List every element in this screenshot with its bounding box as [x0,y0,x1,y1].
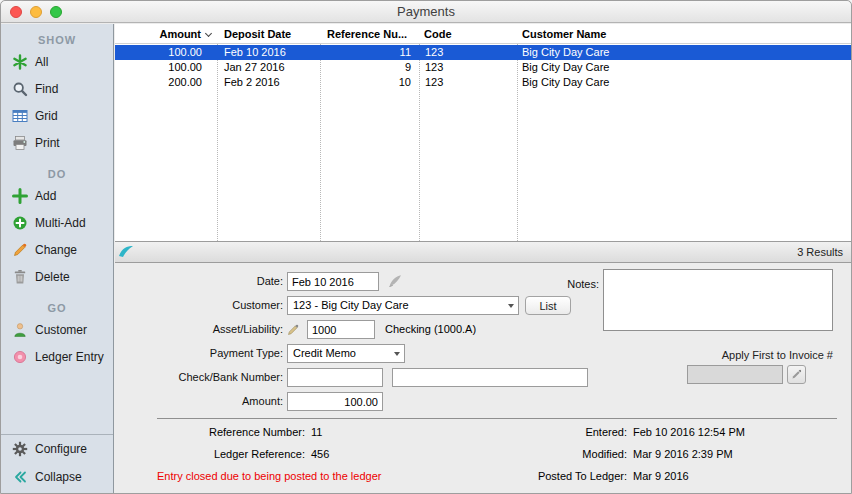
sidebar-item-collapse[interactable]: Collapse [1,463,113,491]
chevron-down-icon [508,304,514,308]
cell-deposit-date: Feb 2 2016 [217,75,320,90]
table-row[interactable]: 100.00 Jan 27 2016 9 123 Big City Day Ca… [115,60,851,75]
cell-reference-number: 9 [320,60,419,75]
column-header-reference-number[interactable]: Reference Nu... [320,24,419,43]
grid-icon [12,108,28,124]
sidebar-item-label: Find [35,82,58,96]
zoom-button[interactable] [50,6,62,18]
apply-invoice-edit-button[interactable] [787,365,806,384]
sidebar-item-grid[interactable]: Grid [1,102,113,129]
cell-amount: 100.00 [115,60,217,75]
printer-icon [12,135,28,151]
payment-type-label: Payment Type: [135,344,283,363]
asset-liability-input[interactable] [307,320,375,339]
search-icon [12,81,28,97]
sidebar-footer: Configure Collapse [1,434,113,493]
entry-closed-message: Entry closed due to being posted to the … [157,470,381,483]
column-header-customer-name[interactable]: Customer Name [517,24,851,43]
sidebar-item-label: Customer [35,323,87,337]
cell-code: 123 [419,60,517,75]
sidebar-item-multi-add[interactable]: Multi-Add [1,209,113,236]
amount-input[interactable] [287,392,383,411]
main-area: Amount Deposit Date Reference Nu... Code… [115,24,851,493]
sidebar-section-do: DO [1,168,113,180]
sidebar-item-label: Add [35,189,56,203]
list-button[interactable]: List [525,296,571,315]
payments-table: Amount Deposit Date Reference Nu... Code… [115,24,851,242]
reference-number-label: Reference Number: [135,426,305,439]
cell-code: 123 [419,75,517,90]
gear-icon [12,441,28,457]
table-row[interactable]: 200.00 Feb 2 2016 10 123 Big City Day Ca… [115,75,851,90]
sidebar-item-label: Delete [35,270,70,284]
chevron-down-icon [394,352,400,356]
cell-deposit-date: Feb 10 2016 [217,45,320,60]
sidebar-item-all[interactable]: All [1,48,113,75]
account-lookup-icon[interactable] [287,322,301,338]
status-bar: 3 Results [115,242,851,263]
ledger-reference-label: Ledger Reference: [135,448,305,461]
results-count: 3 Results [797,242,843,262]
modified-label: Modified: [455,448,627,461]
sidebar-item-find[interactable]: Find [1,75,113,102]
customer-label: Customer: [135,296,283,315]
payment-type-select[interactable]: Credit Memo [287,344,405,363]
entered-value: Feb 10 2016 12:54 PM [633,426,745,439]
sidebar-item-ledger-entry[interactable]: Ledger Entry [1,343,113,370]
sidebar-item-label: Ledger Entry [35,350,104,364]
table-header: Amount Deposit Date Reference Nu... Code… [115,24,851,44]
sidebar-section-go: GO [1,302,113,314]
person-icon [12,322,28,338]
cell-customer-name: Big City Day Care [517,60,851,75]
payment-type-select-value: Credit Memo [293,347,356,359]
cell-customer-name: Big City Day Care [517,75,851,90]
asterisk-icon [12,54,28,70]
sidebar-item-add[interactable]: Add [1,182,113,209]
column-header-code[interactable]: Code [419,24,517,43]
check-number-input[interactable] [287,368,383,387]
notes-textarea[interactable] [603,269,833,331]
sidebar-item-print[interactable]: Print [1,129,113,156]
minimize-button[interactable] [30,6,42,18]
multi-add-icon [12,215,28,231]
modified-value: Mar 9 2016 2:39 PM [633,448,733,461]
table-row[interactable]: 100.00 Feb 10 2016 11 123 Big City Day C… [115,45,851,60]
apply-invoice-input[interactable] [687,365,783,384]
detail-form: Date: Customer: 123 - Big City Day Care … [115,263,851,493]
cell-customer-name: Big City Day Care [517,45,851,60]
cell-deposit-date: Jan 27 2016 [217,60,320,75]
entered-label: Entered: [455,426,627,439]
date-picker-icon[interactable] [387,273,403,291]
trash-icon [12,269,28,285]
bank-number-input[interactable] [392,368,588,387]
date-label: Date: [135,272,283,291]
sidebar-item-customer[interactable]: Customer [1,316,113,343]
payments-window: Payments SHOW All Find Grid Print DO Add… [0,0,852,494]
sidebar-item-label: Collapse [35,470,82,484]
sidebar-item-configure[interactable]: Configure [1,435,113,463]
cell-code: 123 [419,45,517,60]
column-header-deposit-date[interactable]: Deposit Date [217,24,320,43]
window-title: Payments [1,1,851,22]
sidebar-item-label: Grid [35,109,58,123]
customer-select[interactable]: 123 - Big City Day Care [287,296,519,315]
cell-amount: 200.00 [115,75,217,90]
cell-amount: 100.00 [115,45,217,60]
ledger-reference-value: 456 [311,448,329,461]
status-icon [118,245,134,261]
sidebar-item-label: Configure [35,442,87,456]
ledger-icon [12,349,28,365]
cell-reference-number: 10 [320,75,419,90]
check-bank-number-label: Check/Bank Number: [135,368,283,387]
apply-first-invoice-label: Apply First to Invoice # [655,349,833,361]
close-button[interactable] [10,6,22,18]
cell-reference-number: 11 [320,45,419,60]
customer-select-value: 123 - Big City Day Care [293,299,409,311]
sidebar-item-label: All [35,55,48,69]
column-header-amount[interactable]: Amount [115,24,217,43]
sort-indicator-icon [205,30,212,37]
sidebar-item-change[interactable]: Change [1,236,113,263]
posted-to-ledger-label: Posted To Ledger: [455,470,627,483]
date-input[interactable] [287,272,379,291]
sidebar-item-delete[interactable]: Delete [1,263,113,290]
